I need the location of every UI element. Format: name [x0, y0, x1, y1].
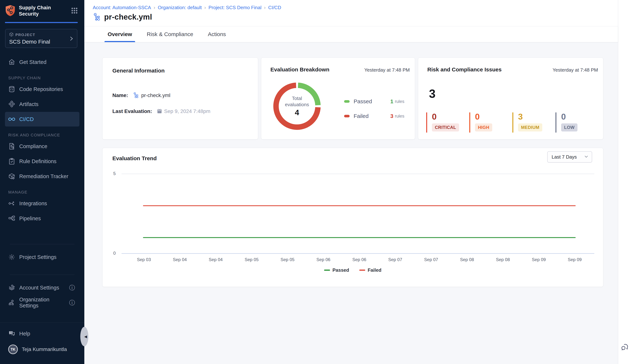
- collapse-arrow-icon: ◀: [84, 334, 87, 339]
- sidebar-item-integrations[interactable]: Integrations: [5, 196, 79, 211]
- sidebar-item-remediation-tracker[interactable]: Remediation Tracker: [5, 169, 79, 184]
- page-header: Account: Automation-SSCA › Organization:…: [84, 0, 618, 26]
- pipeline-file-icon: [133, 92, 139, 99]
- sidebar-item-account-settings[interactable]: Account Settings ⓘ: [5, 280, 79, 295]
- risk-timestamp: Yesterday at 7:48 PM: [553, 67, 598, 73]
- sidebar-item-label: Compliance: [19, 143, 47, 150]
- module-switcher-icon[interactable]: [71, 7, 78, 15]
- evaluations-donut-chart: Totalevaluations 4: [271, 80, 323, 132]
- info-icon[interactable]: ⓘ: [69, 285, 75, 290]
- app-title: Supply ChainSecurity: [19, 5, 51, 17]
- sidebar-accent-bar: [5, 22, 78, 23]
- failed-legend-swatch: [344, 115, 350, 117]
- failed-trend-line: [143, 205, 576, 206]
- avatar: TK: [8, 344, 18, 354]
- tab-overview[interactable]: Overview: [104, 26, 135, 42]
- project-selector[interactable]: PROJECT SCS Demo Final: [5, 29, 77, 48]
- failed-count: 3: [390, 113, 393, 119]
- name-label: Name:: [112, 92, 128, 98]
- last-evaluation-row: Last Evaluation: Sep 9, 2024 7:48pm: [112, 108, 248, 114]
- passed-trend-line: [143, 237, 576, 238]
- user-menu[interactable]: TK Teja Kummarikuntla: [5, 343, 79, 356]
- x-tick-label: Sep 04: [168, 257, 192, 262]
- general-information-card: General Information Name:: [102, 58, 258, 140]
- code-repo-icon: [8, 86, 15, 93]
- sidebar-item-compliance[interactable]: Compliance: [5, 139, 79, 154]
- breadcrumb-separator: ›: [264, 5, 266, 10]
- info-icon[interactable]: ⓘ: [69, 300, 75, 306]
- sidebar-item-get-started[interactable]: Get Started: [5, 55, 79, 70]
- chat-support-icon[interactable]: [621, 343, 629, 352]
- breadcrumb-project-link[interactable]: Project: SCS Demo Final: [208, 5, 261, 10]
- project-name: SCS Demo Final: [9, 39, 73, 45]
- sidebar-item-label: Help: [19, 331, 30, 337]
- date-range-dropdown[interactable]: Last 7 Days: [547, 151, 592, 162]
- legend-item-passed: Passed: [324, 267, 349, 273]
- severity-critical: 0 CRITICAL: [426, 112, 469, 132]
- breadcrumb-organization-link[interactable]: Organization: default: [158, 5, 202, 10]
- card-title: Risk and Compliance Issues: [427, 66, 502, 73]
- sidebar-item-pipelines[interactable]: Pipelines: [5, 211, 79, 226]
- calendar-icon: [157, 108, 162, 114]
- sidebar-item-label: Rule Definitions: [19, 158, 57, 164]
- tab-actions[interactable]: Actions: [205, 26, 229, 42]
- app-logo-shield-icon: [5, 5, 16, 17]
- tab-bar: Overview Risk & Compliance Actions: [84, 26, 618, 42]
- sidebar-item-rule-definitions[interactable]: Rule Definitions: [5, 154, 79, 169]
- svg-text:?: ?: [10, 332, 12, 334]
- low-count: 0: [561, 112, 598, 121]
- nav-section-manage: MANAGE: [8, 190, 79, 195]
- tab-risk-compliance[interactable]: Risk & Compliance: [143, 26, 196, 42]
- pipeline-file-icon: [93, 12, 102, 22]
- right-rail: [618, 0, 631, 364]
- total-evaluations-value: 4: [295, 108, 299, 117]
- sidebar-item-label: Artifacts: [19, 101, 39, 107]
- sidebar-item-label: Project Settings: [19, 254, 57, 260]
- severity-high: 0 HIGH: [469, 112, 512, 132]
- donut-center-label: Totalevaluations 4: [271, 80, 323, 132]
- passed-count: 1: [390, 98, 393, 104]
- evaluation-timestamp: Yesterday at 7:48 PM: [364, 67, 410, 73]
- chevron-down-icon: [584, 154, 588, 160]
- low-badge: LOW: [561, 124, 577, 132]
- x-tick-label: Sep 04: [204, 257, 228, 262]
- trend-legend: Passed Failed: [102, 267, 603, 273]
- nav-section-supply-chain: SUPPLY CHAIN: [8, 76, 79, 81]
- last-evaluation-value: Sep 9, 2024 7:48pm: [164, 108, 210, 114]
- legend-item-failed: Failed: [359, 267, 381, 273]
- sidebar-item-label: Get Started: [19, 59, 46, 65]
- sidebar-item-project-settings[interactable]: Project Settings: [5, 250, 79, 264]
- sidebar-item-cicd[interactable]: CI/CD: [5, 112, 79, 126]
- x-tick-label: Sep 09: [527, 257, 551, 262]
- name-row: Name: pr-check.yml: [112, 92, 248, 99]
- sidebar-item-organization-settings[interactable]: Organization Settings ⓘ: [5, 295, 79, 310]
- sidebar: Supply ChainSecurity PROJECT SC: [0, 0, 84, 364]
- integrations-icon: [8, 200, 15, 207]
- page: Supply ChainSecurity PROJECT SC: [0, 0, 631, 364]
- artifacts-icon: [8, 101, 15, 108]
- total-issues-value: 3: [429, 87, 436, 100]
- sidebar-item-label: Pipelines: [19, 216, 41, 222]
- failed-legend-dash: [359, 270, 365, 271]
- name-value: pr-check.yml: [141, 92, 170, 98]
- severity-breakdown: 0 CRITICAL 0 HIGH 3 MEDIUM 0: [426, 112, 598, 132]
- sidebar-item-artifacts[interactable]: Artifacts: [5, 97, 79, 112]
- legend-row-failed: Failed 3 rules: [344, 113, 404, 119]
- sidebar-item-help[interactable]: ? Help: [5, 327, 79, 340]
- remediation-box-icon: [8, 173, 15, 180]
- sidebar-item-label: Organization Settings: [19, 296, 65, 309]
- sidebar-collapse-handle[interactable]: ◀: [80, 327, 88, 346]
- page-title: pr-check.yml: [104, 13, 152, 22]
- sidebar-item-code-repositories[interactable]: Code Repositories: [5, 82, 79, 96]
- home-icon: [8, 58, 15, 66]
- sidebar-item-label: Integrations: [19, 200, 47, 206]
- main-area: Account: Automation-SSCA › Organization:…: [84, 0, 618, 364]
- breadcrumb-cicd-link[interactable]: CI/CD: [268, 5, 281, 10]
- breakdown-legend: Passed 1 rules Failed 3 rules: [344, 98, 404, 128]
- help-chat-icon: ?: [8, 330, 15, 337]
- breadcrumb-account-link[interactable]: Account: Automation-SSCA: [93, 5, 151, 10]
- card-title: Evaluation Trend: [112, 155, 157, 162]
- x-tick-label: Sep 03: [132, 257, 156, 262]
- pipelines-icon: [8, 215, 15, 222]
- x-axis-line: [122, 253, 594, 254]
